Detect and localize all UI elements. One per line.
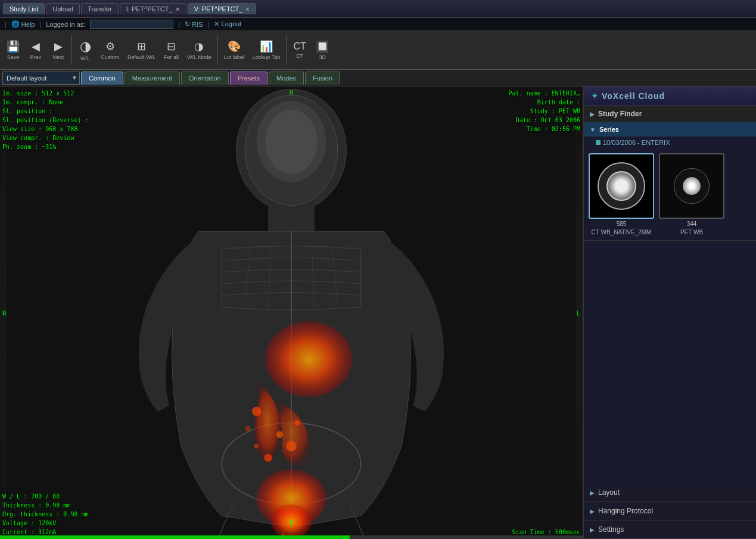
sl-position-rev-label: Sl. position (Reverse) :: [2, 116, 89, 125]
toolbar-sep1: [71, 35, 72, 65]
org-thickness-label: Org. thickness : 0.98 mm: [2, 510, 89, 519]
lut-label-button[interactable]: 🎨 Lut label: [220, 33, 248, 67]
svg-point-22: [254, 444, 259, 448]
toolbar-sep3: [286, 35, 287, 65]
lookup-tab-icon: 📊: [260, 40, 273, 53]
patient-info-tr: Pat. name : ENTERIX… Birth date : Study …: [509, 89, 580, 134]
help-link[interactable]: 🌐 Help: [11, 20, 35, 28]
pet-thumb-count: 344: [687, 221, 697, 227]
close-tab-v-icon[interactable]: ✕: [245, 6, 250, 13]
pet-scan-circle: [674, 168, 710, 204]
topbar-sep2: |: [39, 21, 41, 28]
layout-select[interactable]: Default layout 1x1 2x2: [2, 72, 80, 85]
close-tab-i-icon[interactable]: ✕: [175, 6, 180, 13]
for-all-button[interactable]: ⊟ For all: [160, 33, 182, 67]
layout-section[interactable]: ▶ Layout: [584, 484, 756, 502]
hanging-protocol-label: Hanging Protocol: [598, 507, 653, 515]
tab-upload[interactable]: Upload: [46, 3, 80, 14]
viewer-label-l: L: [576, 309, 580, 317]
next-button[interactable]: ▶ Next: [48, 33, 69, 67]
wl-label: W / L : 700 / 80: [2, 492, 89, 501]
username-field[interactable]: [90, 20, 173, 29]
save-icon: 💾: [7, 40, 20, 53]
ct-button[interactable]: CT CT: [289, 33, 310, 67]
voxcell-logo: ✦: [591, 91, 598, 101]
voltage-label: Voltage : 120kV: [2, 519, 89, 528]
tab-presets[interactable]: Presets: [230, 72, 267, 85]
3d-icon: 🔲: [316, 40, 329, 53]
series-date-item[interactable]: 10/03/2006 - ENTERIX: [584, 137, 756, 148]
prev-icon: ◀: [32, 40, 40, 53]
right-panel: ✦ VoXcell Cloud ▶ Study Finder ▼ Series …: [583, 86, 756, 539]
svg-point-21: [245, 426, 251, 432]
tab-common[interactable]: Common: [81, 72, 123, 85]
patient-info-tl: Im. size : 512 x 512 Im. compr. : None S…: [2, 89, 89, 151]
topbar: | 🌐 Help | Logged in as: | ↻ RIS | ✕ Log…: [0, 18, 756, 31]
svg-point-16: [252, 407, 262, 416]
tab-i-petpetct[interactable]: I: PET^PETCT_ ✕: [120, 3, 186, 14]
sl-position-label: Sl. position :: [2, 107, 89, 116]
pet-inner-dot: [683, 177, 701, 195]
prev-button[interactable]: ◀ Prev: [25, 33, 46, 67]
pat-name-label: Pat. name : ENTERIX…: [509, 89, 580, 98]
tab-v-petpetct[interactable]: V: PET^PETCT_ ✕: [188, 3, 257, 14]
settings-section[interactable]: ▶ Settings: [584, 521, 756, 539]
svg-point-12: [265, 110, 318, 174]
tab-measurement[interactable]: Measurement: [125, 72, 180, 85]
study-label: Study : PET WB: [509, 107, 580, 116]
layout-select-wrap: Default layout 1x1 2x2 ▼: [2, 72, 80, 85]
series-thumb-ct[interactable]: 585 CT WB_NATIVE_2MM: [589, 153, 654, 236]
series-date-label: 10/03/2006 - ENTERIX: [603, 139, 670, 146]
svg-point-19: [286, 441, 297, 452]
study-finder-header[interactable]: ▶ Study Finder: [584, 106, 756, 122]
ct-inner-circle: [606, 171, 636, 201]
3d-button[interactable]: 🔲 3D: [312, 33, 333, 67]
pet-thumb-label: PET WB: [680, 229, 703, 236]
ris-link[interactable]: ↻ RIS: [185, 20, 203, 28]
viewer-label-f: F: [290, 519, 294, 527]
ct-thumb-image[interactable]: [589, 153, 654, 219]
thickness-label: Thickness : 0.98 mm: [2, 501, 89, 510]
patient-info-bl: W / L : 700 / 80 Thickness : 0.98 mm Org…: [2, 492, 89, 537]
wl-icon: ◑: [80, 39, 91, 54]
time-label: Time : 02:56 PM: [509, 125, 580, 134]
series-header[interactable]: ▼ Series: [584, 122, 756, 137]
titlebar: Study List Upload Transfer I: PET^PETCT_…: [0, 0, 756, 18]
series-section: ▼ Series 10/03/2006 - ENTERIX 585 CT WB_…: [584, 122, 756, 241]
tab-orientation[interactable]: Orientation: [181, 72, 229, 85]
tab-v-petpetct-label: V: PET^PETCT_: [194, 5, 243, 13]
svg-point-13: [265, 321, 352, 396]
lut-label-icon: 🎨: [228, 40, 241, 53]
hanging-protocol-arrow-icon: ▶: [590, 508, 595, 515]
wl-mode-button[interactable]: ◑ W/L Mode: [183, 33, 215, 67]
svg-point-17: [276, 431, 284, 438]
study-finder-label: Study Finder: [598, 110, 642, 118]
viewer[interactable]: Im. size : 512 x 512 Im. compr. : None S…: [0, 86, 583, 539]
pet-thumb-image[interactable]: [659, 153, 724, 219]
series-date-dot-icon: [596, 140, 601, 145]
topbar-sep3: |: [178, 21, 180, 28]
hanging-protocol-section[interactable]: ▶ Hanging Protocol: [584, 502, 756, 521]
ct-thumb-count: 585: [617, 221, 627, 227]
help-icon: 🌐: [11, 20, 20, 28]
save-button[interactable]: 💾 Save: [2, 33, 24, 67]
series-thumb-pet[interactable]: 344 PET WB: [659, 153, 724, 236]
tab-transfer[interactable]: Transfer: [81, 3, 119, 14]
tab-modes[interactable]: Modes: [269, 72, 304, 85]
tab-study-list[interactable]: Study List: [3, 3, 45, 14]
body-scan-svg: [0, 86, 583, 539]
wl-mode-icon: ◑: [194, 40, 204, 53]
tab-i-petpetct-label: I: PET^PETCT_: [126, 5, 173, 13]
series-thumbnails: 585 CT WB_NATIVE_2MM 344 PET WB: [584, 148, 756, 240]
progress-bar[interactable]: [0, 535, 583, 539]
tab-fusion[interactable]: Fusion: [305, 72, 340, 85]
date-label: Date : Oct 03 2006: [509, 116, 580, 125]
svg-point-20: [294, 420, 300, 426]
lookup-tab-button[interactable]: 📊 Lookup Tab: [249, 33, 284, 67]
logout-button[interactable]: ✕ Logout: [214, 20, 241, 28]
custom-button[interactable]: ⚙ Custom: [97, 33, 123, 67]
toolbar: 💾 Save ◀ Prev ▶ Next ◑ W/L ⚙ Custom ⊞ De…: [0, 31, 756, 70]
wl-button[interactable]: ◑ W/L: [74, 33, 96, 67]
default-wl-button[interactable]: ⊞ Default W/L: [124, 33, 159, 67]
custom-icon: ⚙: [105, 40, 115, 53]
